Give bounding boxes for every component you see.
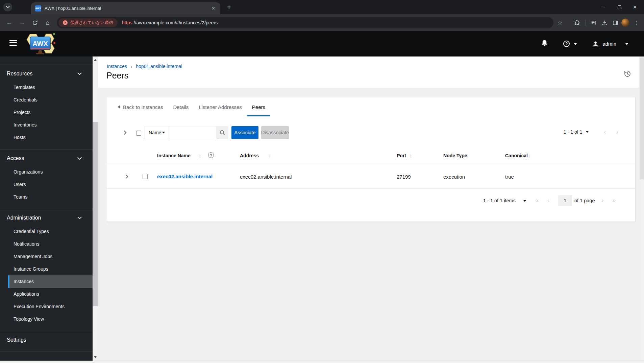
browser-menu-icon[interactable]: ⋮ <box>631 14 641 31</box>
last-page-icon[interactable]: » <box>612 197 616 203</box>
search-input[interactable] <box>169 126 216 139</box>
awx-logo[interactable]: AWX <box>24 32 59 56</box>
browser-tab[interactable]: AWX AWX | hop01.ansible.internal × <box>31 2 220 14</box>
sidebar-scrollbar[interactable] <box>93 56 98 361</box>
sidebar-item-credentials[interactable]: Credentials <box>0 94 93 106</box>
home-icon[interactable]: ⌂ <box>42 14 53 31</box>
sort-icon[interactable]: ↕ <box>466 153 469 158</box>
help-menu[interactable]: ? <box>563 41 577 47</box>
sidebar-item-organizations[interactable]: Organizations <box>0 166 93 178</box>
back-icon[interactable]: ← <box>3 14 15 31</box>
nav-group-access-title[interactable]: Access <box>0 154 93 162</box>
forward-icon[interactable]: → <box>16 14 28 31</box>
user-caret-icon <box>625 43 628 45</box>
tab-peers[interactable]: Peers <box>247 97 270 116</box>
sidebar-item-instance-groups[interactable]: Instance Groups <box>0 263 93 275</box>
breadcrumb-host-link[interactable]: hop01.ansible.internal <box>136 64 182 69</box>
expand-all-chevron-icon[interactable] <box>124 130 127 136</box>
sidebar-item-execution-environments[interactable]: Execution Environments <box>0 300 93 313</box>
nav-group-resources-title[interactable]: Resources <box>0 70 93 78</box>
sidebar-item-users[interactable]: Users <box>0 178 93 191</box>
top-pagination-summary[interactable]: 1 - 1 of 1 <box>564 129 582 135</box>
history-icon[interactable] <box>624 70 631 79</box>
sidebar-item-hosts[interactable]: Hosts <box>0 131 93 144</box>
sidebar-item-notifications[interactable]: Notifications <box>0 238 93 250</box>
row-checkbox[interactable] <box>143 174 148 179</box>
sidebar-item-teams[interactable]: Teams <box>0 191 93 203</box>
extensions-puzzle-icon[interactable] <box>572 14 582 31</box>
peers-card: Back to Instances Details Listener Addre… <box>106 97 635 222</box>
pagination-caret-icon[interactable] <box>523 200 526 202</box>
disassociate-button[interactable]: Disassociate <box>261 126 289 139</box>
tab-back-to-instances[interactable]: Back to Instances <box>113 97 168 116</box>
scroll-down-arrow[interactable] <box>94 356 97 358</box>
sidebar-item-projects[interactable]: Projects <box>0 106 93 119</box>
browser-tab-title: AWX | hop01.ansible.internal <box>45 6 210 11</box>
sidebar-item-credential-types[interactable]: Credential Types <box>0 225 93 238</box>
media-playlist-icon[interactable] <box>589 14 599 31</box>
sort-icon[interactable]: ↕ <box>199 153 201 158</box>
window-maximize-button[interactable] <box>612 0 626 14</box>
reload-icon[interactable] <box>29 14 41 31</box>
associate-button[interactable]: Associate <box>231 126 258 139</box>
col-port[interactable]: Port <box>397 153 406 158</box>
horizontal-scrollbar[interactable] <box>0 361 644 363</box>
sidebar-item-inventories[interactable]: Inventories <box>0 119 93 131</box>
col-node-type[interactable]: Node Type <box>443 153 467 158</box>
breadcrumb-separator: › <box>131 64 132 69</box>
address-bar[interactable]: × 保護されていない通信 https://awx.example.com/#/i… <box>57 17 553 28</box>
download-icon[interactable] <box>599 14 610 31</box>
tab-listener-addresses[interactable]: Listener Addresses <box>194 97 247 116</box>
col-canonical[interactable]: Canonical <box>505 153 528 158</box>
sort-icon[interactable]: ↕ <box>269 153 271 158</box>
tab-details[interactable]: Details <box>168 97 194 116</box>
sort-icon[interactable]: ↕ <box>410 153 412 158</box>
filter-key-select[interactable]: Name <box>144 126 169 139</box>
notifications-bell-icon[interactable] <box>541 40 548 48</box>
cell-canonical: true <box>505 174 514 180</box>
scrollbar-thumb[interactable] <box>640 58 644 179</box>
pagination-caret-icon[interactable] <box>586 131 589 133</box>
prev-page-icon[interactable]: ‹ <box>547 197 549 203</box>
user-menu[interactable]: admin <box>593 41 628 47</box>
profile-avatar[interactable] <box>620 14 630 31</box>
nav-group-administration-title[interactable]: Administration <box>0 214 93 222</box>
cell-node-type: execution <box>443 174 465 180</box>
pagination-summary[interactable]: 1 - 1 of 1 items <box>483 198 516 203</box>
next-page-icon[interactable]: › <box>616 129 618 135</box>
chevron-down-icon <box>77 72 82 75</box>
scroll-up-arrow[interactable] <box>94 59 97 61</box>
sidebar-item-management-jobs[interactable]: Management Jobs <box>0 250 93 263</box>
current-page-input[interactable]: 1 <box>558 195 572 206</box>
sidebar-item-applications[interactable]: Applications <box>0 288 93 300</box>
search-submit-button[interactable] <box>216 126 228 139</box>
first-page-icon[interactable]: « <box>535 197 539 203</box>
toolbar-divider <box>586 19 586 26</box>
sort-icon[interactable]: ↕ <box>528 153 531 158</box>
next-page-icon[interactable]: › <box>601 197 603 203</box>
window-minimize-button[interactable]: − <box>597 0 611 14</box>
bookmark-star-icon[interactable]: ☆ <box>555 14 565 31</box>
col-address[interactable]: Address <box>240 153 259 158</box>
prev-page-icon[interactable]: ‹ <box>604 129 606 135</box>
breadcrumb-instances-link[interactable]: Instances <box>107 64 127 69</box>
security-chip[interactable]: × 保護されていない通信 <box>58 18 118 27</box>
sidebar-item-templates[interactable]: Templates <box>0 81 93 94</box>
tab-close-icon[interactable]: × <box>210 6 216 11</box>
content-scrollbar[interactable] <box>639 56 644 361</box>
window-close-button[interactable]: × <box>628 0 642 14</box>
sidebar-item-settings[interactable]: Settings <box>0 336 93 344</box>
sidebar-item-topology-view[interactable]: Topology View <box>0 313 93 325</box>
col-instance-name[interactable]: Instance Name <box>157 153 191 158</box>
row-expand-chevron-icon[interactable] <box>125 174 128 180</box>
nav-toggle-hamburger-icon[interactable] <box>9 40 18 47</box>
select-all-checkbox[interactable] <box>136 131 141 136</box>
instance-name-link[interactable]: exec02.ansible.internal <box>157 174 213 179</box>
question-circle-icon[interactable]: ? <box>208 152 214 158</box>
side-panel-icon[interactable] <box>610 14 620 31</box>
tab-search-button[interactable] <box>3 3 12 12</box>
sidebar-item-instances[interactable]: Instances <box>8 275 93 288</box>
new-tab-button[interactable]: + <box>227 3 231 11</box>
scrollbar-thumb[interactable] <box>93 122 98 306</box>
awx-masthead: AWX ? admin <box>0 31 644 56</box>
